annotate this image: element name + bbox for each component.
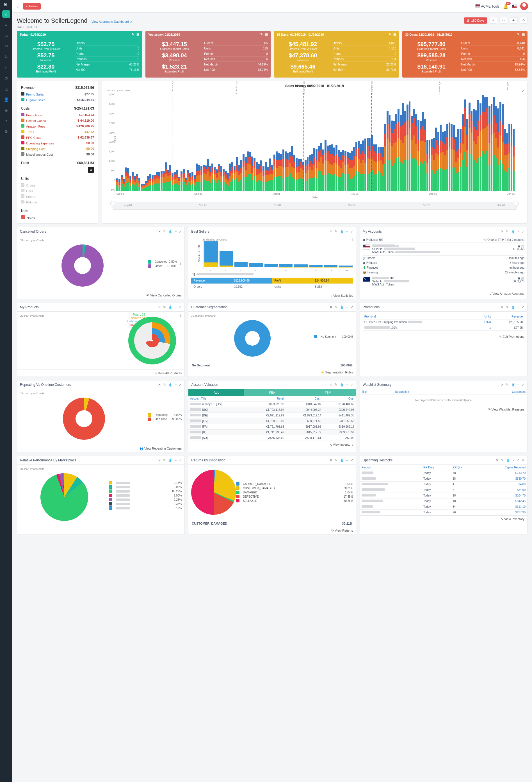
panel-min-icon[interactable]: − [518,383,519,387]
tab-fba[interactable]: FBA [244,389,300,396]
panel-max-icon[interactable]: ⤢ [179,458,182,462]
panel-min-icon[interactable]: − [346,229,348,234]
nav-settings-icon[interactable]: ⚙ [2,128,10,136]
nav-chart-icon[interactable]: ◫ [2,85,10,93]
calendar-icon[interactable]: ▦ [137,33,139,36]
table-row[interactable]: Today4$4.00 [360,482,527,487]
panel-edit-icon[interactable]: ✎ [506,383,509,387]
table-row[interactable]: [DE]€2,071,112.99€1,023,512.14€411,489.3… [188,413,356,418]
tab-fbm[interactable]: FBM [300,389,356,396]
view-statistics-link[interactable]: ≡ View Statistics [331,294,353,297]
panel-edit-icon[interactable]: ✎ [163,229,166,234]
locale-flag-icon[interactable] [512,4,517,8]
panel-close-icon[interactable]: ✕ [158,305,161,309]
panel-max-icon[interactable]: ⤢ [179,383,182,387]
panel-max-icon[interactable]: ⤢ [179,229,182,234]
scrubber-handle-right[interactable] [514,201,519,206]
edit-icon[interactable]: ✎ [260,33,263,36]
nav-refresh-icon[interactable]: ↻ [2,53,10,61]
panel-drop-icon[interactable]: 💧 [340,305,344,309]
table-row[interactable]: [IT]€1,711,236.49€615,312.72€339,978.97 [188,430,356,435]
header-action-3[interactable]: 👁 [509,17,518,24]
panel-close-icon[interactable]: ✕ [501,305,504,309]
panel-min-icon[interactable]: − [518,305,519,309]
panel-drop-icon[interactable]: 💧 [340,458,344,462]
view-returns-link[interactable]: ↻ View Returns [331,529,353,532]
panel-close-icon[interactable]: ✕ [158,458,161,462]
nav-reports-icon[interactable]: ≡ [2,21,10,29]
summary-item[interactable]: Promo Sales [26,93,44,96]
panel-drop-icon[interactable]: 💧 [168,305,173,309]
panel-close-icon[interactable]: ✕ [330,229,332,234]
nav-time-icon[interactable]: ◔ [2,74,10,82]
th-wtitle[interactable]: Title [360,389,393,395]
panel-edit-icon[interactable]: ✎ [335,458,337,462]
panel-close-icon[interactable]: ✕ [496,458,499,462]
header-action-4[interactable]: ⟳ [520,17,528,24]
panel-drop-icon[interactable]: 💧 [506,458,510,462]
panel-min-icon[interactable]: − [175,383,177,387]
panel-max-icon[interactable]: ⤢ [350,383,353,387]
edit-icon[interactable]: ✎ [388,33,391,36]
panel-drop-icon[interactable]: 💧 [168,458,173,462]
th-retail[interactable]: Retail [249,396,286,401]
user-avatar[interactable] [520,2,528,10]
aggregate-link[interactable]: View Aggregate Dashboard ↗ [91,20,132,23]
header-action-2[interactable]: ▭ [499,17,507,24]
nav-box-icon[interactable]: ▣ [2,106,10,114]
th-promoid[interactable]: Promo Id [363,314,473,319]
download-icon[interactable]: ⬇ [522,458,524,462]
th-date[interactable]: RR Date [422,465,451,470]
th-units[interactable]: Units [473,314,493,319]
panel-edit-icon[interactable]: ✎ [501,458,504,462]
panel-edit-icon[interactable]: ✎ [506,229,509,234]
summary-item[interactable]: Cost of Goods [26,119,46,122]
panel-edit-icon[interactable]: ✎ [335,383,337,387]
table-row[interactable]: Today6$54.90 [360,487,527,493]
table-row[interactable]: Today78$713.70 [360,470,527,476]
promo-units[interactable]: 1,928 [484,321,491,324]
th-rev[interactable]: Revenue [493,314,524,319]
download-icon[interactable]: ⬇ [179,262,182,266]
segmentation-rules-link[interactable]: ⚡ Segmentation Rules [320,370,353,374]
panel-max-icon[interactable]: ⤢ [522,229,524,234]
download-icon[interactable]: ⬇ [179,314,182,318]
summary-item[interactable]: Amazon Fees [26,125,45,128]
panel-drop-icon[interactable]: 💧 [511,305,515,309]
edit-icon[interactable]: ✎ [517,33,520,36]
panel-min-icon[interactable]: − [518,229,519,234]
notifications-icon[interactable]: 🔔8+ [503,4,508,9]
view-inventory-link[interactable]: ↘ View Inventory [330,443,353,447]
filters-button[interactable]: ▾ Filters [23,3,41,9]
summary-item[interactable]: PPC Costs [26,136,41,139]
th-product[interactable]: Product [360,465,422,470]
panel-drop-icon[interactable]: 💧 [340,383,344,387]
panel-drop-icon[interactable]: 💧 [168,383,173,387]
view-cancelled-link[interactable]: 👁 View Cancelled Orders [146,294,182,297]
nav-transfer-icon[interactable]: ⇄ [2,64,10,71]
view-inventory-link[interactable]: ↘ View Inventory [501,517,524,521]
table-row[interactable]: mpany US [US]$683,925.93$310,542.07$120,… [188,401,356,407]
favorite-icon[interactable]: ☆ [16,4,20,9]
panel-drop-icon[interactable]: 💧 [168,229,173,234]
panel-min-icon[interactable]: − [346,458,348,462]
header-action-1[interactable]: ⤢ [490,17,497,24]
th-cap[interactable]: Capital Required [477,465,527,470]
panel-max-icon[interactable]: ⤢ [517,458,519,462]
edit-promotions-link[interactable]: ✎ Edit Promotions [499,335,524,339]
view-products-link[interactable]: ≡ View All Products [155,371,182,375]
view-accounts-link[interactable]: ↘ View Amazon Accounts [489,292,524,295]
summary-item[interactable]: Miscellaneous Cost [26,153,53,156]
th-wdesc[interactable]: Description [393,389,461,395]
panel-close-icon[interactable]: ✕ [501,383,504,387]
panel-edit-icon[interactable]: ✎ [163,458,166,462]
account-selector[interactable]: ACME Tools [475,4,499,8]
table-row[interactable]: [ES]€1,739,615.93€689,071.50€341,858.63 [188,418,356,424]
profit-settings-icon[interactable]: ⚙ [88,167,94,173]
panel-close-icon[interactable]: ✕ [330,458,332,462]
panel-min-icon[interactable]: − [346,383,348,387]
calendar-icon[interactable]: ▦ [393,33,396,36]
th-cost[interactable]: Cost [323,396,356,401]
table-row[interactable]: [FR]€1,721,793.63€917,063.98€339,962.12 [188,424,356,430]
panel-min-icon[interactable]: − [512,458,514,462]
